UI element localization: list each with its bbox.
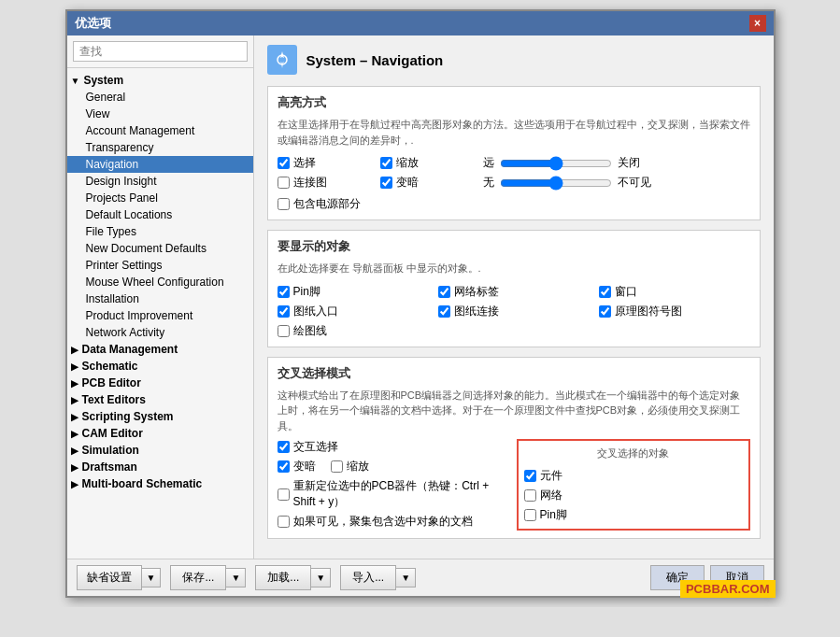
display-netlabel-checkbox[interactable] [438, 286, 450, 298]
tree-item-schematic[interactable]: ▶ Schematic [67, 358, 253, 375]
tree-item-label: Multi-board Schematic [82, 477, 203, 490]
load-btn-group: 加载... ▼ [255, 565, 331, 590]
tree-item-label: Default Locations [86, 208, 173, 221]
tree-item-installation[interactable]: Installation [67, 290, 253, 307]
panel-title: System – Navigation [306, 52, 444, 68]
cross-dim-cb: 变暗 [278, 459, 316, 474]
import-arrow-button[interactable]: ▼ [396, 568, 416, 587]
highlight-slider-2[interactable] [500, 176, 612, 191]
highlight-row-2: 连接图 变暗 无 不可见 [278, 175, 750, 191]
tree-item-label: Product Improvement [86, 309, 193, 322]
tree-item-default-locations[interactable]: Default Locations [67, 206, 253, 223]
cross-left-col: 交互选择 变暗 缩放 [278, 439, 511, 531]
highlight-zoom-checkbox[interactable] [380, 157, 392, 169]
cross-visible-checkbox[interactable] [278, 516, 290, 528]
tree-item-file-types[interactable]: File Types [67, 223, 253, 240]
tree-item-multi-board-schematic[interactable]: ▶ Multi-board Schematic [67, 475, 253, 492]
tree-item-label: Simulation [82, 444, 139, 457]
tree-item-data-management[interactable]: ▶ Data Management [67, 341, 253, 358]
tree-item-view[interactable]: View [67, 106, 253, 122]
tree-item-simulation[interactable]: ▶ Simulation [67, 442, 253, 459]
tree-item-product-improvement[interactable]: Product Improvement [67, 307, 253, 324]
display-sheetentry-checkbox[interactable] [278, 305, 290, 318]
tree-item-label: View [86, 107, 110, 120]
cross-zoom-cb: 缩放 [331, 459, 369, 474]
display-netlabel-cb: 网络标签 [438, 284, 590, 300]
display-netlabel-label: 网络标签 [454, 284, 499, 300]
defaults-button[interactable]: 缺省设置 [77, 565, 142, 590]
cross-component-checkbox[interactable] [524, 470, 536, 482]
close-button[interactable]: × [749, 15, 766, 32]
display-sheetconnect-checkbox[interactable] [438, 305, 450, 318]
tree-item-mouse-wheel-configuration[interactable]: Mouse Wheel Configuration [67, 274, 253, 290]
tree-item-text-editors[interactable]: ▶ Text Editors [67, 391, 253, 408]
left-panel: ▼ System General View Account Management… [67, 35, 254, 559]
cross-right-col: 交叉选择的对象 元件 网络 Pin脚 [517, 439, 750, 531]
defaults-arrow-button[interactable]: ▼ [142, 568, 162, 587]
include-power-label: 包含电源部分 [293, 196, 361, 212]
cross-zoom-checkbox[interactable] [331, 460, 343, 473]
tree-item-projects-panel[interactable]: Projects Panel [67, 190, 253, 206]
cross-interactive-checkbox[interactable] [278, 441, 290, 453]
tree-item-scripting-system[interactable]: ▶ Scripting System [67, 408, 253, 425]
display-sheetentry-label: 图纸入口 [293, 304, 338, 319]
save-button[interactable]: 保存... [170, 565, 226, 590]
tree-container: ▼ System General View Account Management… [67, 68, 253, 559]
tree-item-label: Network Activity [86, 326, 165, 339]
highlight-section-desc: 在这里选择用于在导航过程中高亮图形对象的方法。这些选项用于在导航过程中，交叉探测… [278, 117, 750, 148]
display-schematic-symbol-checkbox[interactable] [599, 305, 611, 318]
tree-item-label: Printer Settings [86, 259, 163, 272]
cross-options-grid: 交互选择 变暗 缩放 [278, 439, 750, 531]
display-window-checkbox[interactable] [599, 286, 611, 298]
tree-item-network-activity[interactable]: Network Activity [67, 324, 253, 341]
cross-zoom-label: 缩放 [347, 459, 369, 474]
tree-item-account-management[interactable]: Account Management [67, 122, 253, 139]
tree-item-design-insight[interactable]: Design Insight [67, 173, 253, 190]
tree-item-transparency[interactable]: Transparency [67, 139, 253, 156]
highlight-dim-checkbox[interactable] [380, 177, 392, 189]
cross-right-title: 交叉选择的对象 [524, 446, 743, 460]
highlight-select-checkbox[interactable] [278, 157, 290, 169]
highlight-dim-label: 变暗 [396, 175, 419, 191]
tree-item-cam-editor[interactable]: ▶ CAM Editor [67, 425, 253, 442]
tree-item-printer-settings[interactable]: Printer Settings [67, 257, 253, 274]
tree-item-label: Mouse Wheel Configuration [86, 276, 224, 289]
cross-reposition-cb: 重新定位选中的PCB器件（热键：Ctrl + Shift + y） [278, 478, 511, 510]
tree-item-pcb-editor[interactable]: ▶ PCB Editor [67, 375, 253, 391]
display-schematic-symbol-cb: 原理图符号图 [599, 304, 750, 319]
tree-item-new-document-defaults[interactable]: New Document Defaults [67, 240, 253, 257]
cross-note: 这种模式给出了在原理图和PCB编辑器之间选择对象的能力。当此模式在一个编辑器中的… [278, 388, 750, 434]
display-pin-checkbox[interactable] [278, 286, 290, 298]
load-arrow-button[interactable]: ▼ [311, 568, 331, 587]
tree-item-label: New Document Defaults [86, 242, 206, 255]
cross-net-checkbox[interactable] [524, 489, 536, 502]
display-schematic-symbol-label: 原理图符号图 [615, 304, 682, 319]
save-arrow-button[interactable]: ▼ [226, 568, 246, 587]
highlight-select-label: 选择 [293, 155, 316, 171]
defaults-btn-group: 缺省设置 ▼ [77, 565, 162, 590]
cross-pin-checkbox[interactable] [524, 509, 536, 521]
display-pin-label: Pin脚 [293, 284, 320, 300]
highlight-connect-checkbox[interactable] [278, 177, 290, 189]
display-polyline-checkbox[interactable] [278, 325, 290, 337]
expand-arrow-scripting-system: ▶ [71, 412, 78, 422]
cross-visible-label: 如果可见，聚集包含选中对象的文档 [293, 514, 473, 530]
expand-arrow-multi-board: ▶ [71, 479, 78, 489]
tree-item-navigation[interactable]: Navigation [67, 156, 253, 173]
expand-arrow-schematic: ▶ [71, 361, 78, 372]
tree-item-general[interactable]: General [67, 89, 253, 106]
include-power-checkbox[interactable] [278, 198, 290, 210]
tree-item-system[interactable]: ▼ System [67, 72, 253, 89]
tree-item-label: Transparency [86, 141, 154, 154]
cross-dim-checkbox[interactable] [278, 460, 290, 473]
expand-arrow-data-management: ▶ [71, 345, 78, 355]
search-input[interactable] [73, 41, 248, 62]
import-button[interactable]: 导入... [340, 565, 396, 590]
tree-item-label: Design Insight [86, 175, 157, 188]
tree-item-label: Data Management [82, 343, 178, 356]
highlight-slider-1[interactable] [500, 156, 612, 171]
cross-reposition-checkbox[interactable] [278, 488, 290, 501]
tree-item-draftsman[interactable]: ▶ Draftsman [67, 459, 253, 475]
load-button[interactable]: 加载... [255, 565, 311, 590]
expand-arrow-pcb-editor: ▶ [71, 378, 78, 389]
